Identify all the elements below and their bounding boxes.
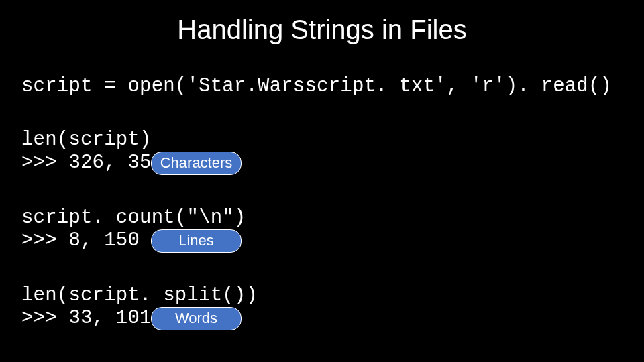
code-len-call: len(script) — [21, 129, 152, 151]
badge-characters: Characters — [151, 152, 241, 175]
code-open-line: script = open('Star.Warsscript. txt', 'r… — [21, 75, 612, 97]
code-count-call: script. count("\n") — [21, 206, 246, 229]
slide-title: Handling Strings in Files — [0, 15, 644, 45]
code-len-output: >>> 326, 359 — [21, 152, 163, 174]
slide: Handling Strings in Files script = open(… — [0, 0, 644, 362]
badge-lines: Lines — [151, 229, 241, 253]
code-split-output: >>> 33, 101 — [21, 307, 152, 329]
badge-words: Words — [151, 307, 241, 330]
code-split-call: len(script. split()) — [21, 284, 258, 306]
code-count-output: >>> 8, 150 — [21, 229, 140, 251]
